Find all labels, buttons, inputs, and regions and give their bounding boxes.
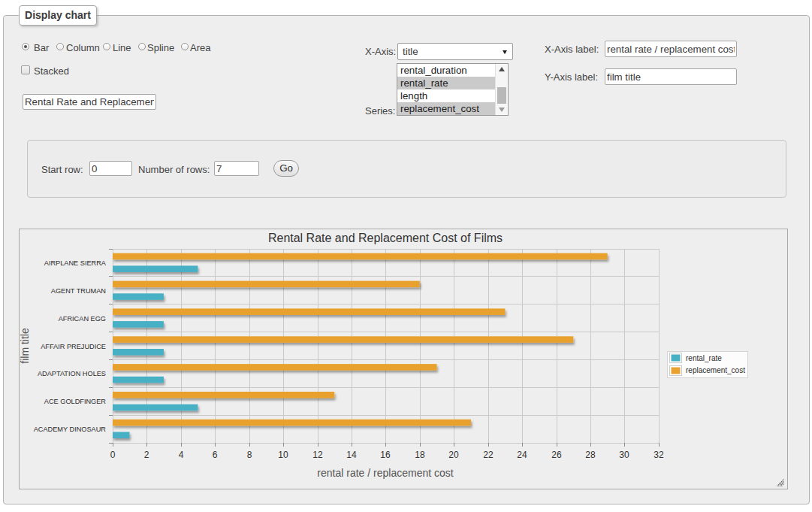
- svg-text:18: 18: [415, 450, 425, 460]
- svg-text:22: 22: [483, 450, 494, 460]
- svg-text:10: 10: [278, 450, 288, 460]
- svg-text:20: 20: [448, 450, 459, 460]
- svg-text:2: 2: [144, 450, 149, 460]
- svg-text:6: 6: [213, 450, 218, 460]
- svg-text:8: 8: [247, 450, 252, 460]
- svg-text:film title: film title: [19, 328, 31, 364]
- svg-text:28: 28: [585, 450, 596, 460]
- svg-text:rental rate / replacement cost: rental rate / replacement cost: [317, 467, 453, 479]
- svg-text:replacement_cost: replacement_cost: [686, 366, 745, 374]
- svg-text:AIRPLANE SIERRA: AIRPLANE SIERRA: [44, 259, 107, 267]
- svg-text:Rental Rate and Replacement Co: Rental Rate and Replacement Cost of Film…: [268, 232, 503, 244]
- svg-text:14: 14: [346, 450, 357, 460]
- svg-text:ACADEMY DINOSAUR: ACADEMY DINOSAUR: [34, 426, 107, 433]
- svg-text:4: 4: [179, 450, 184, 460]
- svg-text:16: 16: [380, 450, 391, 460]
- svg-text:AFRICAN EGG: AFRICAN EGG: [59, 315, 106, 323]
- svg-text:0: 0: [110, 450, 116, 460]
- svg-text:32: 32: [654, 450, 664, 460]
- svg-text:26: 26: [551, 450, 562, 460]
- svg-text:24: 24: [517, 450, 527, 460]
- svg-text:ADAPTATION HOLES: ADAPTATION HOLES: [38, 370, 106, 377]
- svg-text:AGENT TRUMAN: AGENT TRUMAN: [51, 287, 106, 295]
- svg-text:12: 12: [312, 450, 323, 460]
- svg-text:30: 30: [619, 450, 629, 460]
- svg-text:rental_rate: rental_rate: [686, 354, 722, 362]
- svg-text:ACE GOLDFINGER: ACE GOLDFINGER: [44, 398, 107, 405]
- svg-text:AFFAIR PREJUDICE: AFFAIR PREJUDICE: [41, 343, 106, 350]
